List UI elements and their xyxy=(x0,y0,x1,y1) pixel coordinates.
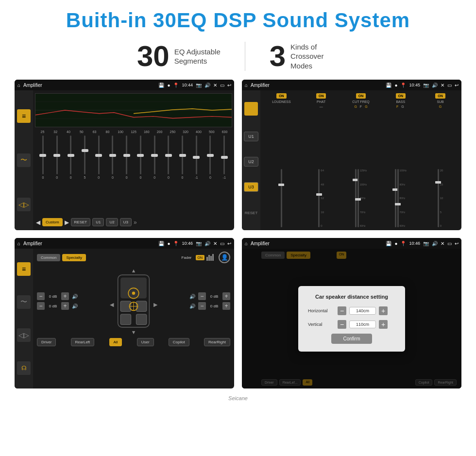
cross-u2-btn[interactable]: U2 xyxy=(244,157,258,167)
left-top-minus[interactable]: − xyxy=(37,292,45,300)
horizontal-plus[interactable]: + xyxy=(379,306,388,315)
eq-reset-btn[interactable]: RESET xyxy=(71,218,91,226)
right-bot-minus[interactable]: − xyxy=(198,302,206,310)
spec-sidebar: ≡ 〜 ◁▷ ☊ xyxy=(15,249,33,388)
spec-eq-icon[interactable]: ≡ xyxy=(17,262,31,276)
all-btn[interactable]: All xyxy=(109,338,122,346)
back-icon-1[interactable]: ↩ xyxy=(227,83,231,88)
eq-slider-4[interactable]: 5 xyxy=(78,135,92,216)
time-2: 10:45 xyxy=(409,83,420,87)
speaker-icon-rb: 🔊 xyxy=(189,304,195,309)
floppy-icon-4: 💾 xyxy=(386,241,391,246)
eq-slider-6[interactable]: 0 xyxy=(106,135,120,216)
vertical-minus[interactable]: − xyxy=(338,320,346,329)
eq-slider-13[interactable]: 0 xyxy=(204,135,218,216)
right-top-minus[interactable]: − xyxy=(198,292,206,300)
eq-slider-11[interactable]: 0 xyxy=(175,135,189,216)
right-bot-plus[interactable]: + xyxy=(222,302,230,310)
eq-prev[interactable]: ◀ xyxy=(36,219,40,226)
eq-u1-btn[interactable]: U1 xyxy=(92,218,104,226)
right-top-plus[interactable]: + xyxy=(222,292,230,300)
vertical-plus[interactable]: + xyxy=(379,320,388,329)
dialog-content: Common Specialty ON Driver RearLef... Al… xyxy=(242,249,461,388)
confirm-button[interactable]: Confirm xyxy=(331,334,372,344)
eq-slider-8[interactable]: 0 xyxy=(134,135,148,216)
close-icon-2[interactable]: ✕ xyxy=(441,83,444,88)
eq-slider-12[interactable]: -1 xyxy=(189,135,204,216)
dot-icon-3: ● xyxy=(167,241,170,246)
eq-vol-icon[interactable]: ◁▷ xyxy=(17,198,31,211)
bass-on[interactable]: ON xyxy=(396,93,406,99)
eq-slider-3[interactable]: 0 xyxy=(64,135,78,216)
phat-on[interactable]: ON xyxy=(316,93,326,99)
sub-on[interactable]: ON xyxy=(435,93,445,99)
stat-crossover-number: 3 xyxy=(270,42,286,71)
driver-btn[interactable]: Driver xyxy=(37,338,56,346)
volume-icon-2: 🔊 xyxy=(432,83,438,88)
top-bar-1: ⌂ Amplifier 💾 ● 📍 10:44 📷 🔊 ✕ ▭ ↩ xyxy=(15,80,234,90)
fader-bars xyxy=(206,254,214,261)
eq-u2-btn[interactable]: U2 xyxy=(106,218,118,226)
eq-icon-active[interactable]: ≡ xyxy=(17,109,31,123)
left-bot-plus[interactable]: + xyxy=(61,302,69,310)
close-icon-3[interactable]: ✕ xyxy=(213,241,217,246)
home-icon-3[interactable]: ⌂ xyxy=(17,241,20,246)
bass-slider[interactable]: 100Hz90Hz80Hz70Hz60Hz xyxy=(395,110,407,227)
close-icon-1[interactable]: ✕ xyxy=(213,83,217,88)
user-icon[interactable]: 👤 xyxy=(219,252,230,263)
fader-on-btn[interactable]: ON xyxy=(196,255,205,260)
common-tab[interactable]: Common xyxy=(37,254,60,261)
cross-eq-icon[interactable]: ≡ xyxy=(244,102,258,116)
spec-bt-icon[interactable]: ☊ xyxy=(17,361,31,375)
channel-bass: ON BASS FG 100Hz90Hz80Hz70Hz60Hz xyxy=(381,93,420,227)
freq-25: 25 xyxy=(36,130,49,134)
eq-slider-2[interactable]: 0 xyxy=(50,135,64,216)
user-btn[interactable]: User xyxy=(137,338,154,346)
rearleft-btn[interactable]: RearLeft xyxy=(71,338,95,346)
eq-more[interactable]: » xyxy=(134,219,137,226)
window-icon-3: ▭ xyxy=(220,241,224,246)
loudness-slider[interactable] xyxy=(281,110,282,227)
cutfreq-on[interactable]: ON xyxy=(356,93,366,99)
home-icon-4[interactable]: ⌂ xyxy=(245,241,248,246)
eq-slider-14[interactable]: -1 xyxy=(217,135,231,216)
freq-40: 40 xyxy=(62,130,75,134)
svg-rect-9 xyxy=(136,314,147,325)
stat-eq-label: EQ AdjustableSegments xyxy=(174,47,221,66)
back-icon-2[interactable]: ↩ xyxy=(455,83,459,88)
eq-u3-btn[interactable]: U3 xyxy=(120,218,132,226)
left-db-control: − 0 dB + 🔊 − 0 dB + 🔊 xyxy=(37,292,78,310)
cross-u3-btn[interactable]: U3 xyxy=(244,182,258,192)
rearright-btn[interactable]: RearRight xyxy=(204,338,230,346)
back-icon-4[interactable]: ↩ xyxy=(455,241,459,246)
eq-next[interactable]: ▶ xyxy=(65,219,69,226)
eq-slider-5[interactable]: 0 xyxy=(92,135,106,216)
eq-slider-9[interactable]: 0 xyxy=(148,135,162,216)
spec-wave-icon[interactable]: 〜 xyxy=(17,295,31,309)
eq-slider-10[interactable]: 0 xyxy=(161,135,175,216)
loudness-on[interactable]: ON xyxy=(276,93,287,99)
phat-slider[interactable]: 644832160 xyxy=(318,110,324,227)
svg-point-11 xyxy=(132,292,135,295)
cross-reset-btn[interactable]: RESET xyxy=(244,208,258,219)
eq-custom-btn[interactable]: Custom xyxy=(42,218,63,226)
home-icon-1[interactable]: ⌂ xyxy=(17,83,20,88)
floppy-icon-3: 💾 xyxy=(158,241,164,246)
back-icon-3[interactable]: ↩ xyxy=(227,241,231,246)
cutfreq-slider[interactable]: 125Hz100Hz80Hz70Hz60Hz xyxy=(355,110,367,227)
horizontal-minus[interactable]: − xyxy=(338,306,346,315)
sub-slider[interactable]: 20151050 xyxy=(438,110,443,227)
left-bot-minus[interactable]: − xyxy=(37,302,45,310)
home-icon-2[interactable]: ⌂ xyxy=(245,83,248,88)
specialty-tab[interactable]: Specialty xyxy=(62,254,85,261)
stats-row: 30 EQ AdjustableSegments 3 Kinds ofCross… xyxy=(0,37,476,80)
dot-icon-1: ● xyxy=(167,83,170,88)
eq-wave-icon[interactable]: 〜 xyxy=(17,153,31,167)
eq-slider-1[interactable]: 0 xyxy=(36,135,50,216)
close-icon-4[interactable]: ✕ xyxy=(441,241,444,246)
copilot-btn[interactable]: Copilot xyxy=(169,338,189,346)
left-top-plus[interactable]: + xyxy=(61,292,69,300)
cross-u1-btn[interactable]: U1 xyxy=(244,132,258,141)
spec-vol-icon[interactable]: ◁▷ xyxy=(17,328,31,342)
eq-slider-7[interactable]: 0 xyxy=(119,135,134,216)
